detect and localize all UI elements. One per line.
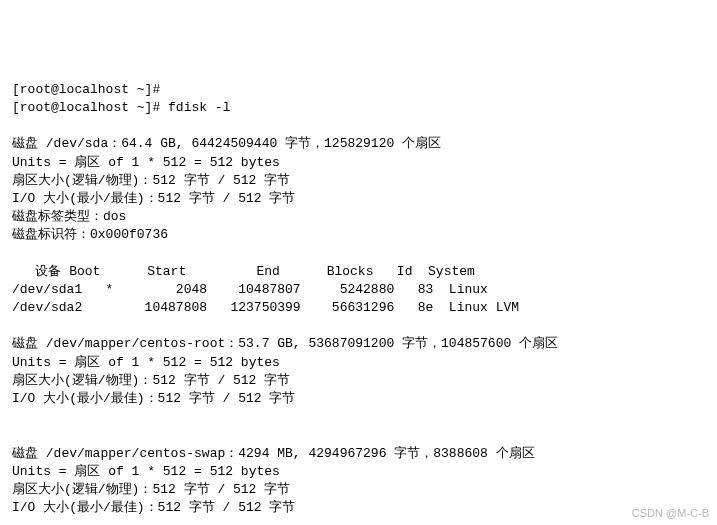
disk-info-line: Units = 扇区 of 1 * 512 = 512 bytes (12, 464, 280, 479)
prompt-line: [root@localhost ~]# (12, 82, 168, 97)
disk-info-line: 扇区大小(逻辑/物理)：512 字节 / 512 字节 (12, 173, 290, 188)
disk-info-line: 扇区大小(逻辑/物理)：512 字节 / 512 字节 (12, 373, 290, 388)
disk-info-line: Units = 扇区 of 1 * 512 = 512 bytes (12, 155, 280, 170)
disk-info-line: I/O 大小(最小/最佳)：512 字节 / 512 字节 (12, 391, 295, 406)
partition-table-row: /dev/sda1 * 2048 10487807 5242880 83 Lin… (12, 282, 488, 297)
disk-info-line: 磁盘 /dev/mapper/centos-swap：4294 MB, 4294… (12, 446, 535, 461)
partition-table-row: /dev/sda2 10487808 123750399 56631296 8e… (12, 300, 519, 315)
watermark-text: CSDN @M-C-B (632, 506, 709, 521)
disk-info-line: Units = 扇区 of 1 * 512 = 512 bytes (12, 355, 280, 370)
disk-info-line: I/O 大小(最小/最佳)：512 字节 / 512 字节 (12, 500, 295, 515)
disk-info-line: 磁盘标签类型：dos (12, 209, 126, 224)
disk-info-line: 扇区大小(逻辑/物理)：512 字节 / 512 字节 (12, 482, 290, 497)
terminal-output: [root@localhost ~]# [root@localhost ~]# … (12, 81, 705, 525)
disk-info-line: 磁盘 /dev/mapper/centos-root：53.7 GB, 5368… (12, 336, 558, 351)
disk-info-line: 磁盘标识符：0x000f0736 (12, 227, 168, 242)
partition-table-header: 设备 Boot Start End Blocks Id System (12, 264, 475, 279)
disk-info-line: I/O 大小(最小/最佳)：512 字节 / 512 字节 (12, 191, 295, 206)
disk-info-line: 磁盘 /dev/sda：64.4 GB, 64424509440 字节，1258… (12, 136, 441, 151)
prompt-command: [root@localhost ~]# fdisk -l (12, 100, 230, 115)
